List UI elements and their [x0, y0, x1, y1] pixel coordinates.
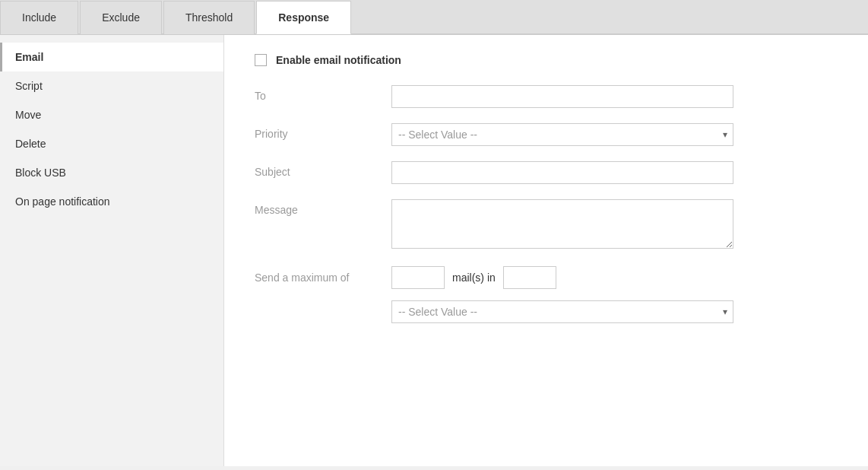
- mails-in-text: mail(s) in: [452, 272, 496, 284]
- priority-select[interactable]: -- Select Value --: [391, 123, 733, 146]
- main-content: Email Script Move Delete Block USB On pa…: [0, 34, 868, 466]
- to-input[interactable]: [391, 85, 733, 108]
- tab-exclude[interactable]: Exclude: [80, 1, 162, 34]
- sidebar: Email Script Move Delete Block USB On pa…: [0, 35, 224, 466]
- priority-label: Priority: [255, 123, 391, 140]
- enable-email-checkbox[interactable]: [255, 54, 267, 66]
- sidebar-item-email[interactable]: Email: [0, 43, 223, 71]
- period-select[interactable]: -- Select Value --: [391, 300, 733, 323]
- send-max-label: Send a maximum of: [255, 272, 391, 284]
- priority-row: Priority -- Select Value -- ▾: [255, 123, 838, 146]
- message-textarea[interactable]: [391, 199, 733, 249]
- enable-email-label: Enable email notification: [276, 54, 401, 66]
- sidebar-item-delete[interactable]: Delete: [0, 129, 223, 158]
- message-row: Message: [255, 199, 838, 251]
- tab-response[interactable]: Response: [256, 1, 351, 34]
- second-select-row: -- Select Value -- ▾: [255, 300, 838, 323]
- send-max-period-input[interactable]: [503, 266, 556, 289]
- tab-threshold[interactable]: Threshold: [163, 1, 255, 34]
- send-max-count-input[interactable]: [391, 266, 445, 289]
- subject-input[interactable]: [391, 161, 733, 184]
- sidebar-item-on-page-notification[interactable]: On page notification: [0, 187, 223, 216]
- period-dropdown-wrapper: -- Select Value -- ▾: [391, 300, 733, 323]
- priority-select-wrapper: -- Select Value -- ▾: [391, 123, 733, 146]
- sidebar-item-script[interactable]: Script: [0, 71, 223, 100]
- enable-row: Enable email notification: [255, 54, 838, 66]
- to-row: To: [255, 85, 838, 108]
- sidebar-item-move[interactable]: Move: [0, 100, 223, 129]
- subject-row: Subject: [255, 161, 838, 184]
- message-input-wrapper: [391, 199, 733, 251]
- page-wrapper: Include Exclude Threshold Response Email…: [0, 0, 868, 470]
- tab-bar: Include Exclude Threshold Response: [0, 0, 868, 34]
- form-area: Enable email notification To Priority --…: [224, 35, 868, 466]
- message-label: Message: [255, 199, 391, 216]
- to-input-wrapper: [391, 85, 733, 108]
- priority-dropdown: -- Select Value -- ▾: [391, 123, 733, 146]
- subject-label: Subject: [255, 161, 391, 178]
- to-label: To: [255, 85, 391, 102]
- send-max-controls: mail(s) in: [391, 266, 733, 289]
- sidebar-item-block-usb[interactable]: Block USB: [0, 158, 223, 187]
- tab-include[interactable]: Include: [0, 1, 78, 34]
- send-max-row: Send a maximum of mail(s) in: [255, 266, 838, 289]
- subject-input-wrapper: [391, 161, 733, 184]
